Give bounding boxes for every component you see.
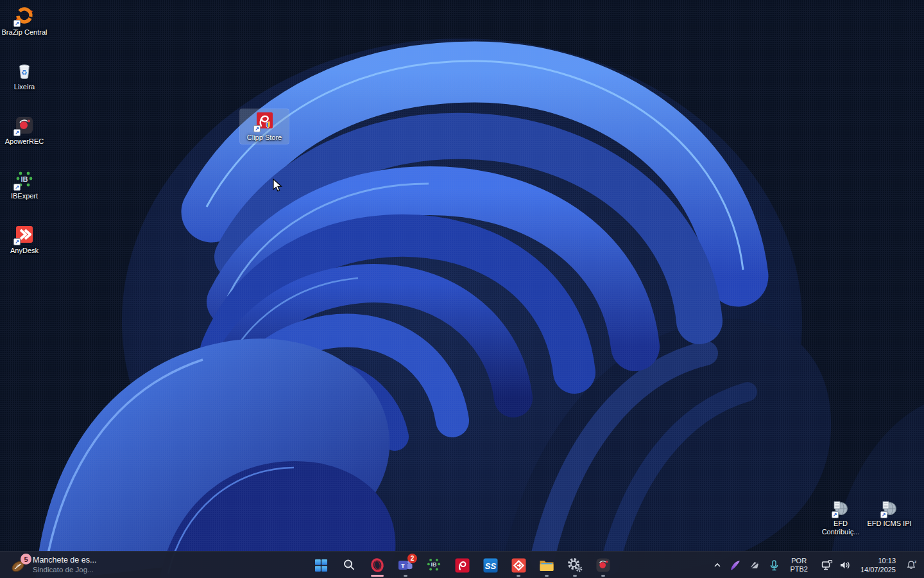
taskbar-center: T 2 IB bbox=[308, 552, 616, 578]
system-tray: POR PTB2 bbox=[709, 552, 920, 578]
widgets-badge: 5 bbox=[21, 554, 31, 565]
running-indicator bbox=[517, 575, 520, 577]
svg-text:IB: IB bbox=[21, 175, 28, 183]
ss-app-button[interactable]: SS bbox=[477, 552, 503, 578]
purple-feather-icon bbox=[729, 559, 742, 572]
clipp-taskbar-button[interactable] bbox=[449, 552, 475, 578]
desktop-icon-label: AnyDesk bbox=[10, 247, 38, 255]
svg-text:♻: ♻ bbox=[21, 69, 28, 76]
wallpaper-bloom bbox=[0, 0, 924, 578]
microphone-icon bbox=[768, 559, 780, 572]
desktop-icon-label: IBExpert bbox=[11, 192, 38, 200]
tray-pen-app-button[interactable] bbox=[726, 554, 745, 577]
efd-globe-icon: ↗ bbox=[881, 500, 898, 518]
desktop-icon-clipp-store[interactable]: ↗ Clipp Store bbox=[240, 109, 289, 144]
desktop-icon-apowerrec[interactable]: ↗ ApowerREC bbox=[0, 113, 49, 148]
taskbar: 5 Manchete de es... Sindicato de Jog... bbox=[0, 551, 924, 578]
desktop-icon-label: EFD Contribuiç... bbox=[817, 520, 864, 536]
shortcut-arrow-icon: ↗ bbox=[13, 184, 21, 191]
desktop: ↗ BraZip Central ♻ Lixeira ↗ ApowerREC bbox=[0, 0, 924, 578]
opera-icon bbox=[370, 557, 385, 573]
shortcut-arrow-icon: ↗ bbox=[832, 511, 839, 518]
gear-icon bbox=[567, 557, 583, 574]
desktop-icon-label: ApowerREC bbox=[5, 137, 44, 146]
opera-browser-button[interactable] bbox=[364, 552, 390, 578]
anydesk-icon bbox=[511, 557, 527, 574]
shortcut-arrow-icon: ↗ bbox=[253, 125, 261, 132]
desktop-icon-label: Clipp Store bbox=[247, 134, 282, 142]
svg-text:IB: IB bbox=[431, 561, 437, 568]
desktop-icon-efd-contribuicoes[interactable]: ↗ EFD Contribuiç... bbox=[816, 498, 865, 538]
tray-disabled-device-button[interactable] bbox=[745, 554, 764, 577]
shortcut-arrow-icon: ↗ bbox=[13, 238, 21, 245]
teams-notification-badge: 2 bbox=[407, 554, 417, 563]
svg-text:T: T bbox=[401, 562, 405, 569]
widgets-headline: Manchete de es... bbox=[33, 556, 96, 565]
shortcut-arrow-icon: ↗ bbox=[13, 129, 21, 136]
efd-globe-icon: ↗ bbox=[832, 500, 850, 518]
running-indicator bbox=[545, 575, 549, 577]
anydesk-taskbar-button[interactable] bbox=[506, 552, 531, 578]
clock-button[interactable]: 10:13 14/07/2025 bbox=[854, 554, 902, 577]
running-indicator bbox=[404, 575, 407, 577]
apowerrec-icon: ↗ bbox=[14, 115, 35, 136]
clipp-icon bbox=[454, 557, 470, 574]
running-indicator bbox=[601, 575, 605, 577]
search-button[interactable] bbox=[336, 552, 362, 578]
keyboard-layout: PTB2 bbox=[790, 565, 808, 574]
desktop-icon-anydesk[interactable]: ↗ AnyDesk bbox=[0, 222, 49, 257]
search-icon bbox=[342, 558, 356, 572]
desktop-icon-efd-icms-ipi[interactable]: ↗ EFD ICMS IPI bbox=[865, 498, 914, 530]
language-indicator[interactable]: POR PTB2 bbox=[783, 554, 814, 577]
chevron-up-icon bbox=[713, 561, 722, 570]
slashed-gray-icon bbox=[748, 559, 761, 572]
running-indicator bbox=[573, 575, 577, 577]
file-explorer-button[interactable] bbox=[534, 552, 560, 578]
clipp-store-icon: ↗ bbox=[254, 111, 275, 132]
sports-news-icon: 5 bbox=[10, 557, 27, 574]
widgets-button[interactable]: 5 Manchete de es... Sindicato de Jog... bbox=[4, 552, 103, 578]
brazip-central-icon: ↗ bbox=[14, 6, 35, 26]
tray-overflow-button[interactable] bbox=[709, 554, 726, 577]
widgets-subheadline: Sindicato de Jog... bbox=[33, 565, 96, 575]
folder-icon bbox=[538, 557, 555, 574]
apowerrec-taskbar-button[interactable] bbox=[590, 552, 616, 578]
shortcut-arrow-icon: ↗ bbox=[13, 20, 21, 27]
active-app-indicator bbox=[371, 575, 384, 577]
network-monitor-icon bbox=[821, 559, 834, 572]
svg-text:SS: SS bbox=[484, 561, 496, 570]
ss-icon: SS bbox=[483, 557, 499, 574]
speaker-icon bbox=[839, 559, 851, 572]
recycle-bin-icon: ♻ bbox=[14, 60, 35, 81]
network-status-button[interactable] bbox=[818, 554, 836, 577]
desktop-icon-label: Lixeira bbox=[14, 83, 35, 91]
notification-center-button[interactable]: z bbox=[902, 554, 920, 577]
tray-time: 10:13 bbox=[878, 556, 896, 565]
desktop-icon-label: BraZip Central bbox=[2, 28, 47, 37]
apowerrec-icon bbox=[595, 557, 612, 574]
ibexpert-icon: IB ↗ bbox=[14, 170, 35, 190]
svg-text:z: z bbox=[914, 559, 917, 564]
tray-microphone-button[interactable] bbox=[764, 554, 783, 577]
windows-logo-icon bbox=[315, 559, 327, 572]
desktop-icon-brazip-central[interactable]: ↗ BraZip Central bbox=[0, 4, 49, 39]
desktop-icon-label: EFD ICMS IPI bbox=[867, 520, 911, 528]
settings-button[interactable] bbox=[562, 552, 588, 578]
anydesk-icon: ↗ bbox=[14, 224, 35, 245]
shortcut-arrow-icon: ↗ bbox=[880, 511, 887, 518]
ibexpert-taskbar-button[interactable]: IB bbox=[421, 552, 447, 578]
desktop-icon-recycle-bin[interactable]: ♻ Lixeira bbox=[0, 58, 49, 93]
start-button[interactable] bbox=[308, 552, 334, 578]
desktop-icon-ibexpert[interactable]: IB ↗ IBExpert bbox=[0, 168, 49, 202]
volume-button[interactable] bbox=[836, 554, 854, 577]
ibexpert-icon: IB bbox=[425, 557, 442, 574]
language-code: POR bbox=[791, 557, 807, 565]
tray-date: 14/07/2025 bbox=[860, 565, 896, 574]
teams-button[interactable]: T 2 bbox=[393, 552, 418, 578]
do-not-disturb-bell-icon: z bbox=[905, 559, 918, 572]
